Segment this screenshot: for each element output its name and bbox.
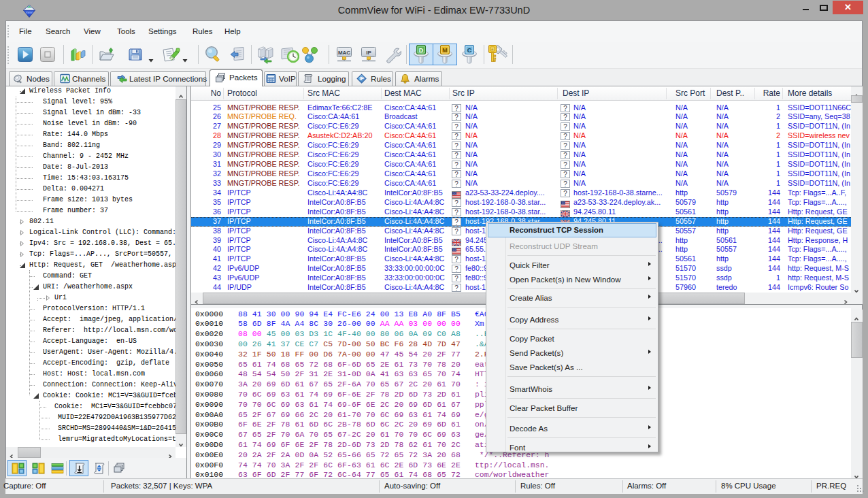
svg-text:IP: IP [366,50,371,56]
svg-text:D: D [419,47,424,54]
svg-text:M: M [442,47,448,54]
svg-text:IF: IF [359,76,364,82]
svg-text:C: C [467,47,472,54]
svg-text:MAC: MAC [338,50,350,56]
